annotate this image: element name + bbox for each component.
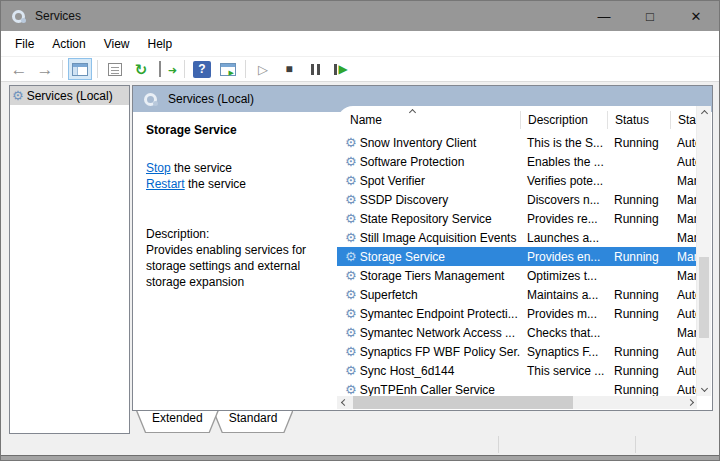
cell-name: ⚙Spot Verifier <box>337 171 520 190</box>
action-pane-icon: ▶ <box>220 63 236 76</box>
service-gear-icon: ⚙ <box>345 288 357 301</box>
restart-service-button[interactable]: ▶ <box>329 58 353 80</box>
table-row[interactable]: ⚙Software Protection Enables the ... Aut… <box>337 152 696 171</box>
cell-name: ⚙Synaptics FP WBF Policy Ser... <box>337 342 520 361</box>
services-header-icon <box>144 93 157 106</box>
tree-item-services-local[interactable]: ⚙ Services (Local) <box>10 86 129 105</box>
service-gear-icon: ⚙ <box>345 250 357 263</box>
table-row[interactable]: ⚙Spot Verifier Verifies pote... Manual <box>337 171 696 190</box>
main-area: ⚙ Services (Local) Services (Local) Stor… <box>1 83 719 434</box>
stop-service-link[interactable]: Stop <box>146 161 171 175</box>
column-header-startup-type[interactable]: Startup Type <box>670 111 696 129</box>
titlebar: Services — □ ✕ <box>1 1 719 31</box>
services-pane: Services (Local) Storage Service Stop th… <box>132 85 713 411</box>
scroll-down-button[interactable] <box>697 381 711 396</box>
cell-name: ⚙Symantec Endpoint Protecti... <box>337 304 520 323</box>
description-text: Provides enabling services for storage s… <box>146 242 325 291</box>
cell-startup-type: Automatic <box>670 152 696 171</box>
service-gear-icon: ⚙ <box>345 136 357 149</box>
forward-button[interactable]: → <box>33 58 57 80</box>
close-button[interactable]: ✕ <box>673 1 719 31</box>
column-header-status[interactable]: Status <box>607 111 670 129</box>
table-row[interactable]: ⚙Storage Tiers Management Optimizes t...… <box>337 266 696 285</box>
refresh-button[interactable]: ↻ <box>129 58 153 80</box>
start-icon: ▷ <box>258 63 268 76</box>
refresh-icon: ↻ <box>135 62 148 77</box>
scroll-up-button[interactable] <box>697 106 711 121</box>
vertical-scrollbar-thumb[interactable] <box>699 257 709 338</box>
horizontal-scrollbar-thumb[interactable] <box>353 396 573 409</box>
console-tree-pane: ⚙ Services (Local) <box>9 85 130 434</box>
toolbar-separator <box>62 60 63 78</box>
cell-startup-type: Automatic <box>670 285 696 304</box>
pane-header-label: Services (Local) <box>168 92 254 106</box>
column-header-name[interactable]: Name <box>337 111 520 129</box>
cell-name: ⚙Storage Service <box>337 247 520 266</box>
service-gear-icon: ⚙ <box>345 193 357 206</box>
table-row[interactable]: ⚙State Repository Service Provides re...… <box>337 209 696 228</box>
show-hide-console-tree-button[interactable] <box>68 58 92 80</box>
stop-service-button[interactable]: ■ <box>277 58 301 80</box>
pause-service-button[interactable] <box>303 58 327 80</box>
cell-status: Running <box>607 209 670 228</box>
menu-item[interactable]: View <box>95 33 139 54</box>
console-tree-icon <box>72 63 88 76</box>
table-row[interactable]: ⚙Superfetch Maintains a... Running Autom… <box>337 285 696 304</box>
cell-status <box>607 152 670 171</box>
properties-button[interactable] <box>103 58 127 80</box>
services-gear-icon: ⚙ <box>12 89 24 102</box>
service-gear-icon: ⚙ <box>345 364 357 377</box>
forward-icon: → <box>37 61 54 78</box>
service-gear-icon: ⚙ <box>345 345 357 358</box>
menu-item[interactable]: Help <box>139 33 182 54</box>
menu-item[interactable]: File <box>6 33 43 54</box>
restart-service-link[interactable]: Restart <box>146 177 185 191</box>
scroll-left-button[interactable] <box>337 396 351 409</box>
cell-description: Provides re... <box>520 209 607 228</box>
minimize-button[interactable]: — <box>581 1 627 31</box>
back-button[interactable]: ← <box>7 58 31 80</box>
service-gear-icon: ⚙ <box>345 326 357 339</box>
table-row[interactable]: ⚙Symantec Endpoint Protecti... Provides … <box>337 304 696 323</box>
maximize-button[interactable]: □ <box>627 1 673 31</box>
cell-startup-type: Manual <box>670 323 696 342</box>
service-description: Description: Provides enabling services … <box>146 226 325 291</box>
horizontal-scrollbar[interactable] <box>337 396 697 409</box>
table-row[interactable]: ⚙Synaptics FP WBF Policy Ser... Synaptic… <box>337 342 696 361</box>
cell-status: Running <box>607 342 670 361</box>
help-button[interactable]: ? <box>190 58 214 80</box>
cell-name: ⚙Superfetch <box>337 285 520 304</box>
properties-icon <box>108 63 122 76</box>
table-row[interactable]: ⚙Storage Service Provides en... Running … <box>337 247 696 266</box>
table-row[interactable]: ⚙Sync Host_6d144 This service ... Runnin… <box>337 361 696 380</box>
view-tab[interactable]: Extended <box>136 411 219 433</box>
view-tab[interactable]: Standard <box>213 411 294 433</box>
pause-icon <box>311 64 320 75</box>
back-icon: ← <box>11 61 28 78</box>
cell-name: ⚙Still Image Acquisition Events <box>337 228 520 247</box>
cell-startup-type: Manual <box>670 247 696 266</box>
start-service-button[interactable]: ▷ <box>251 58 275 80</box>
menu-item[interactable]: Action <box>43 33 94 54</box>
vertical-scrollbar[interactable] <box>696 106 711 396</box>
service-gear-icon: ⚙ <box>345 307 357 320</box>
cell-startup-type: Automatic <box>670 342 696 361</box>
cell-status: Running <box>607 304 670 323</box>
stop-service-line: Stop the service <box>146 160 325 176</box>
table-row[interactable]: ⚙Snow Inventory Client This is the S... … <box>337 133 696 152</box>
table-row[interactable]: ⚙Symantec Network Access ... Checks that… <box>337 323 696 342</box>
table-row[interactable]: ⚙Still Image Acquisition Events Launches… <box>337 228 696 247</box>
table-row[interactable]: ⚙SSDP Discovery Discovers n... Running M… <box>337 190 696 209</box>
service-rows: ⚙Snow Inventory Client This is the S... … <box>337 133 711 409</box>
cell-status: Running <box>607 247 670 266</box>
scroll-right-button[interactable] <box>683 396 697 409</box>
cell-status: Running <box>607 133 670 152</box>
column-header-description[interactable]: Description <box>520 111 607 129</box>
restart-service-line: Restart the service <box>146 176 325 192</box>
scroll-down-icon <box>700 385 707 392</box>
export-list-button[interactable]: ➜ <box>155 58 179 80</box>
services-app-icon <box>12 10 25 23</box>
show-hide-action-pane-button[interactable]: ▶ <box>216 58 240 80</box>
scroll-left-icon <box>340 399 347 406</box>
cell-startup-type: Manual <box>670 228 696 247</box>
